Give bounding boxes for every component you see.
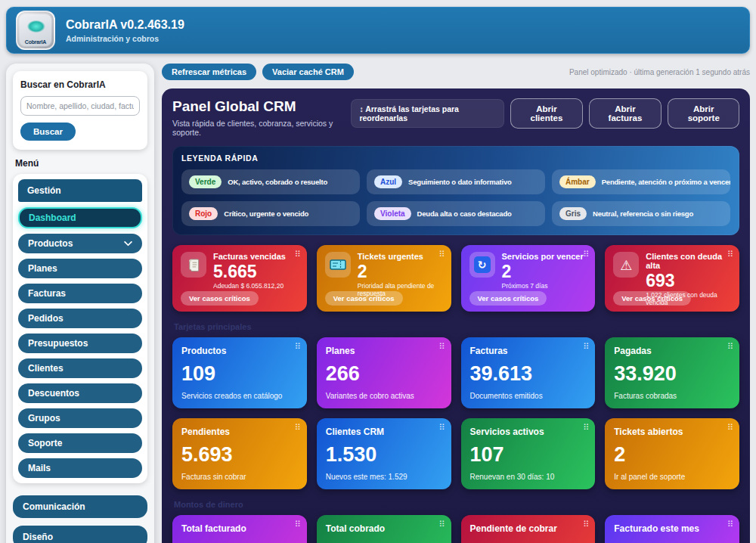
sidebar-item-soporte[interactable]: Soporte xyxy=(18,433,142,453)
card-tickets-abiertos[interactable]: ⠿ Tickets abiertos 2 Ir al panel de sopo… xyxy=(605,418,739,489)
card-title: Facturas vencidas xyxy=(213,252,286,261)
legend-item-verde: Verde OK, activo, cobrado o resuelto xyxy=(181,169,360,194)
card-title: Tickets urgentes xyxy=(358,252,443,261)
drag-handle-icon[interactable]: ⠿ xyxy=(295,520,300,529)
legend-color-badge: Verde xyxy=(189,175,222,188)
card-value: 107 xyxy=(470,445,587,465)
drag-handle-icon[interactable]: ⠿ xyxy=(727,342,733,352)
open-support-button[interactable]: Abrir soporte xyxy=(668,98,739,129)
legend-item-gris: Gris Neutral, referencia o sin riesgo xyxy=(552,201,730,226)
sidebar-item-label: Clientes xyxy=(28,363,64,374)
card-subtitle: Próximos 7 días xyxy=(502,282,584,290)
drag-handle-icon[interactable]: ⠿ xyxy=(438,250,444,259)
drag-handle-icon[interactable]: ⠿ xyxy=(727,250,733,259)
card-subtitle: Facturas cobradas xyxy=(614,392,730,400)
app-logo: CobrarIA xyxy=(16,11,55,50)
sidebar-item-dashboard[interactable]: Dashboard xyxy=(18,207,142,228)
card-title: Facturado este mes xyxy=(614,523,730,534)
ver-casos-criticos-button[interactable]: Ver casos críticos xyxy=(469,291,547,306)
open-clients-button[interactable]: Abrir clientes xyxy=(510,98,582,129)
legend-item-azul: Azul Seguimiento o dato informativo xyxy=(367,169,545,194)
page-title: Panel Global CRM xyxy=(172,98,351,115)
sidebar-item-productos[interactable]: Productos xyxy=(18,234,142,253)
sidebar: Buscar en CobrarIA Buscar Menú Gestión D… xyxy=(6,64,154,543)
drag-handle-icon[interactable]: ⠿ xyxy=(295,423,300,433)
ver-casos-criticos-button[interactable]: Ver casos críticos xyxy=(325,291,403,306)
drag-handle-icon[interactable]: ⠿ xyxy=(438,423,444,433)
legend-label: Pendiente, atención o próximo a vencer xyxy=(602,178,730,186)
card-value: 2 xyxy=(614,445,730,465)
drag-handle-icon[interactable]: ⠿ xyxy=(727,520,733,529)
drag-handle-icon[interactable]: ⠿ xyxy=(438,520,444,529)
card-facturas[interactable]: ⠿ Facturas 39.613 Documentos emitidos xyxy=(461,337,596,408)
sidebar-item-mails[interactable]: Mails xyxy=(18,458,142,478)
card-title: Tickets abiertos xyxy=(614,427,730,437)
drag-handle-icon[interactable]: ⠿ xyxy=(727,423,733,433)
card-facturado-mes[interactable]: ⠿ Facturado este mes $ 2.182.547,45 Cobr… xyxy=(605,515,739,543)
card-clientes-deuda-alta[interactable]: ⠿ ⚠ Clientes con deuda alta 693 1.022 cl… xyxy=(605,245,739,312)
sidebar-section-gestion[interactable]: Gestión xyxy=(18,179,142,202)
drag-handle-icon[interactable]: ⠿ xyxy=(295,250,300,259)
panel-status-text: Panel optimizado · última generación 1 s… xyxy=(569,68,750,76)
drag-handle-icon[interactable]: ⠿ xyxy=(583,250,588,259)
legend-color-badge: Ámbar xyxy=(559,175,596,188)
app-title: CobrarIA v0.2.463.19 xyxy=(66,18,184,32)
clear-cache-button[interactable]: Vaciar caché CRM xyxy=(262,64,354,80)
card-clientes-crm[interactable]: ⠿ Clientes CRM 1.530 Nuevos este mes: 1.… xyxy=(317,418,451,489)
ver-casos-criticos-button[interactable]: Ver casos críticos xyxy=(613,291,691,306)
sidebar-item-descuentos[interactable]: Descuentos xyxy=(18,383,142,403)
sidebar-item-label: Dashboard xyxy=(29,213,76,223)
card-tickets-urgentes[interactable]: ⠿ Tickets urgentes 2 Prioridad alta pend… xyxy=(317,245,451,312)
search-card: Buscar en CobrarIA Buscar xyxy=(13,71,147,150)
legend-label: Neutral, referencia o sin riesgo xyxy=(593,209,693,218)
receipt-icon xyxy=(181,252,206,278)
sidebar-item-label: Grupos xyxy=(28,413,60,424)
card-title: Pendiente de cobrar xyxy=(470,523,587,534)
drag-handle-icon[interactable]: ⠿ xyxy=(583,423,588,433)
card-planes[interactable]: ⠿ Planes 266 Variantes de cobro activas xyxy=(317,337,451,408)
card-pendientes[interactable]: ⠿ Pendientes 5.693 Facturas sin cobrar xyxy=(172,418,307,489)
sidebar-item-facturas[interactable]: Facturas xyxy=(18,284,142,303)
search-input[interactable] xyxy=(20,96,140,116)
card-value: 5.665 xyxy=(213,262,286,281)
card-value: 109 xyxy=(181,364,298,384)
card-total-cobrado[interactable]: ⠿ Total cobrado $ 26.870.764,84 Históric… xyxy=(317,515,451,543)
card-total-facturado[interactable]: ⠿ Total facturado $ 33.469.872,04 Histór… xyxy=(172,515,307,543)
card-value: 39.613 xyxy=(470,364,587,384)
drag-handle-icon[interactable]: ⠿ xyxy=(583,520,588,529)
sidebar-item-label: Mails xyxy=(28,463,51,473)
card-subtitle: Servicios creados en catálogo xyxy=(181,392,298,400)
search-button[interactable]: Buscar xyxy=(20,123,76,141)
sidebar-item-label: Descuentos xyxy=(28,388,79,399)
sidebar-section-diseno[interactable]: Diseño xyxy=(13,526,147,543)
page-subtitle: Vista rápida de clientes, cobranza, serv… xyxy=(172,119,351,137)
search-title: Buscar en CobrarIA xyxy=(20,79,140,90)
card-pagadas[interactable]: ⠿ Pagadas 33.920 Facturas cobradas xyxy=(605,337,739,408)
ticket-icon xyxy=(325,252,351,278)
drag-handle-icon[interactable]: ⠿ xyxy=(295,342,300,352)
drag-handle-icon[interactable]: ⠿ xyxy=(438,342,444,352)
card-subtitle: Adeudan $ 6.055.812,20 xyxy=(213,282,286,290)
sidebar-item-clientes[interactable]: Clientes xyxy=(18,358,142,378)
legend-color-badge: Azul xyxy=(374,175,402,188)
ver-casos-criticos-button[interactable]: Ver casos críticos xyxy=(181,291,259,306)
sidebar-item-presupuestos[interactable]: Presupuestos xyxy=(18,334,142,353)
sidebar-section-comunicacion[interactable]: Comunicación xyxy=(13,495,147,518)
card-subtitle: Facturas sin cobrar xyxy=(181,473,298,481)
sidebar-item-grupos[interactable]: Grupos xyxy=(18,408,142,428)
card-subtitle: Variantes de cobro activas xyxy=(326,392,442,400)
card-pendiente-cobrar[interactable]: ⠿ Pendiente de cobrar $ 6.599.107,20 Sal… xyxy=(461,515,596,543)
card-servicios-por-vencer[interactable]: ⠿ ↻ Servicios por vencer 2 Próximos 7 dí… xyxy=(461,245,596,312)
card-servicios-activos[interactable]: ⠿ Servicios activos 107 Renuevan en 30 d… xyxy=(461,418,596,489)
card-value: 5.693 xyxy=(181,445,298,465)
card-facturas-vencidas[interactable]: ⠿ Facturas vencidas 5.665 Adeudan $ 6.05… xyxy=(172,245,307,312)
legend-item-ambar: Ámbar Pendiente, atención o próximo a ve… xyxy=(552,169,730,194)
drag-handle-icon[interactable]: ⠿ xyxy=(583,342,588,352)
sidebar-item-planes[interactable]: Planes xyxy=(18,259,142,278)
refresh-metrics-button[interactable]: Refrescar métricas xyxy=(162,64,256,80)
section-label-money: Montos de dinero xyxy=(174,500,738,509)
open-invoices-button[interactable]: Abrir facturas xyxy=(589,98,662,129)
sidebar-item-pedidos[interactable]: Pedidos xyxy=(18,309,142,328)
card-value: 1.530 xyxy=(326,445,442,465)
card-productos[interactable]: ⠿ Productos 109 Servicios creados en cat… xyxy=(172,337,307,408)
